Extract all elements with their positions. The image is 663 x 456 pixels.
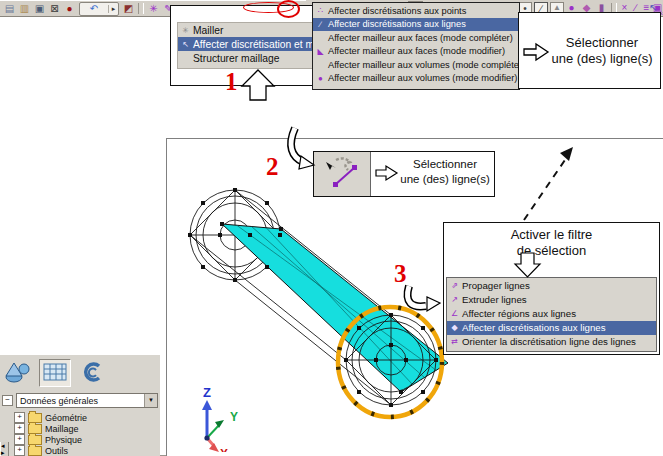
import-icon[interactable]: ▤	[2, 2, 17, 16]
propager-icon: ⇗	[447, 281, 462, 290]
combo-dropdown-icon[interactable]: ▼	[144, 394, 157, 407]
select-lines-callout-mid: Sélectionner une (des) ligne(s)	[313, 151, 495, 197]
callout-line1: Sélectionner	[398, 157, 492, 172]
filter-callout: Activer le filtre de sélection ⇗ Propage…	[443, 222, 660, 355]
filter-title-line2: de sélection	[444, 243, 659, 259]
mailler-icon: ✳	[178, 26, 193, 35]
step1-submenu-popup: ∴ Affecter discrétisations aux points ∕ …	[312, 2, 520, 90]
tool-icon-cell	[314, 152, 371, 196]
tree-label: Géométrie	[45, 413, 87, 423]
redo-icon[interactable]: ◩	[121, 2, 136, 16]
undo-dropdown-icon[interactable]: ▸	[108, 5, 118, 13]
open-icon[interactable]: ▥	[17, 2, 32, 16]
submenu-label: Affecter discrétisations aux lignes	[328, 19, 466, 29]
context-label: Orienter la discrétisation ligne des lig…	[462, 336, 636, 347]
tree-root-row: − Données générales ▼	[2, 393, 158, 408]
context-item-extruder[interactable]: ↗ Extruder lignes	[447, 292, 656, 306]
expand-icon[interactable]: +	[14, 423, 25, 434]
mesh-icon	[42, 360, 68, 384]
undo-widget[interactable]: ↶ ▸	[79, 2, 119, 16]
filter-title-line1: Activer le filtre	[444, 227, 659, 243]
step-number-1: 1	[225, 68, 238, 96]
discretisations-icon: ◆	[447, 323, 462, 332]
tab-geometry[interactable]	[3, 360, 33, 386]
context-item-propager[interactable]: ⇗ Propager lignes	[447, 278, 656, 292]
step-number-3: 3	[394, 260, 407, 288]
affecter-icon: ↖	[178, 40, 193, 49]
submenu-label: Affecter mailleur aux faces (mode modifi…	[328, 46, 505, 56]
expand-icon[interactable]: +	[14, 434, 25, 445]
submenu-item-volumes-modifier[interactable]: ● Affecter mailleur aux volumes (mode mo…	[313, 72, 519, 86]
arrow-right-icon	[522, 40, 550, 64]
tree-item-outils[interactable]: + Outils	[14, 445, 160, 456]
axis-x-label: X	[220, 447, 228, 452]
panel-tabs	[0, 355, 160, 389]
points-icon: ∴	[313, 6, 328, 15]
submenu-label: Affecter mailleur aux faces (mode complé…	[328, 33, 513, 43]
menu-item-label: Mailler	[193, 25, 223, 36]
tree-body: + Géométrie + Maillage + Physique + Outi…	[0, 412, 160, 456]
context-item-orienter[interactable]: ⇄ Orienter la discrétisation ligne des l…	[447, 335, 656, 349]
tree-label: Maillage	[45, 424, 79, 434]
toolbar-separator	[138, 3, 144, 14]
axis-y-label: Y	[230, 410, 238, 424]
tab-mesh[interactable]	[39, 359, 71, 387]
delete-icon[interactable]: ⊠	[47, 2, 62, 16]
step-number-2: 2	[266, 153, 279, 181]
axes-triad: Z Y X	[202, 385, 238, 452]
callout-line2: une (des) ligne(s)	[547, 51, 657, 67]
select-lines-callout-top: Sélectionner une (des) ligne(s)	[518, 12, 661, 89]
selected-cyan-band[interactable]	[222, 224, 448, 392]
lines-icon: ∕	[313, 20, 328, 29]
extruder-icon: ↗	[447, 295, 462, 304]
submenu-item-lignes[interactable]: ∕ Affecter discrétisations aux lignes	[313, 18, 519, 32]
undo-icon[interactable]: ↶	[80, 3, 108, 14]
submenu-item-points[interactable]: ∴ Affecter discrétisations aux points	[313, 4, 519, 18]
submenu-item-volumes-completer[interactable]: Affecter mailleur aux volumes (mode comp…	[313, 58, 519, 72]
submenu-label: Affecter discrétisations aux points	[328, 6, 466, 16]
collapse-right-icon[interactable]: ▸	[1, 449, 8, 456]
context-label: Extruder lignes	[462, 294, 527, 305]
callout-text: Sélectionner une (des) ligne(s)	[547, 35, 657, 67]
volumes-icon: ●	[313, 74, 328, 83]
callout-text: Sélectionner une (des) ligne(s)	[398, 157, 492, 187]
data-root-combobox[interactable]: Données générales ▼	[16, 393, 158, 408]
combo-value: Données générales	[17, 396, 144, 406]
affecter-discretisations-lignes-icon	[314, 152, 370, 194]
application-window: Projet Application Vue Affichage Sélecti…	[0, 0, 663, 456]
menu-item-label: Structurer maillage	[193, 53, 279, 64]
submenu-item-faces-completer[interactable]: Affecter mailleur aux faces (mode complé…	[313, 31, 519, 45]
axis-z-label: Z	[203, 385, 211, 400]
tree-label: Outils	[45, 446, 68, 456]
tree-label: Physique	[45, 435, 82, 445]
submenu-label: Affecter mailleur aux volumes (mode comp…	[328, 60, 525, 70]
record-icon[interactable]: ●	[62, 2, 77, 16]
callout-line1: Sélectionner	[547, 35, 657, 51]
filter-title: Activer le filtre de sélection	[444, 227, 659, 259]
create-point-icon[interactable]: ✳	[146, 2, 161, 16]
context-item-regions[interactable]: ∠ Affecter régions aux lignes	[447, 306, 656, 320]
orienter-icon: ⇄	[447, 337, 462, 346]
context-label: Propager lignes	[462, 280, 530, 291]
root-collapse-box[interactable]: −	[2, 395, 13, 406]
context-label: Affecter régions aux lignes	[462, 308, 576, 319]
submenu-item-faces-modifier[interactable]: ◣ Affecter mailleur aux faces (mode modi…	[313, 45, 519, 59]
panel-splitter[interactable]: ◂ ▸	[0, 442, 9, 456]
save-icon[interactable]: ▣	[32, 2, 47, 16]
expand-icon[interactable]: +	[14, 445, 25, 456]
tab-physics[interactable]	[78, 360, 108, 386]
context-item-discretisations[interactable]: ◆ Affecter discrétisations aux lignes	[447, 321, 656, 335]
callout-line2: une (des) ligne(s)	[398, 172, 492, 187]
left-data-panel: − Données générales ▼ + Géométrie + Mail…	[0, 355, 160, 456]
arrow-right-icon	[374, 162, 400, 184]
expand-icon[interactable]: +	[14, 412, 25, 423]
folder-icon	[28, 446, 42, 456]
submenu-label: Affecter mailleur aux volumes (mode modi…	[328, 73, 517, 83]
geometry-icon	[5, 360, 31, 384]
faces-icon: ◣	[313, 47, 328, 56]
clamp-icon	[80, 360, 106, 384]
regions-icon: ∠	[447, 309, 462, 318]
collapse-left-icon[interactable]: ◂	[1, 442, 8, 449]
context-label: Affecter discrétisations aux lignes	[462, 322, 606, 333]
lines-context-menu: ⇗ Propager lignes ↗ Extruder lignes ∠ Af…	[446, 277, 657, 352]
